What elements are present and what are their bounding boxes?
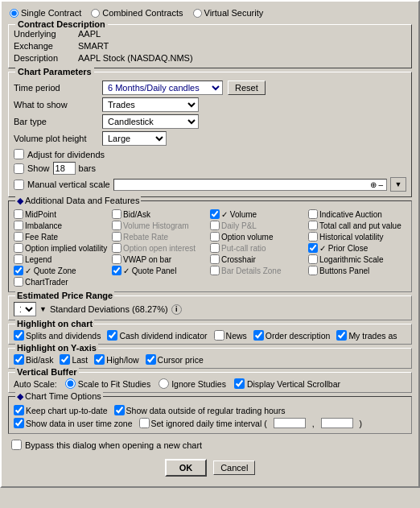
set-ignored-interval-checkbox[interactable] — [139, 418, 150, 428]
cursor-price-item[interactable]: Cursor price — [146, 354, 204, 365]
show-user-timezone-item[interactable]: Show data in user time zone — [14, 418, 133, 428]
midpoint-checkbox[interactable] — [14, 209, 23, 219]
radio-virtual-security[interactable]: Virtual Security — [193, 8, 264, 18]
cash-dividend-item[interactable]: Cash dividend indicator — [107, 330, 207, 341]
option-open-checkbox[interactable] — [112, 243, 121, 253]
vwap-checkbox[interactable] — [112, 254, 121, 264]
volume-height-row: Volume plot height Large — [14, 131, 406, 146]
show-checkbox[interactable] — [14, 163, 24, 174]
indicative-auction-checkbox[interactable] — [308, 209, 318, 219]
bidask-y-checkbox[interactable] — [14, 354, 24, 365]
keep-up-to-date-item[interactable]: Keep chart up-to-date — [14, 405, 108, 415]
vertical-buffer-title: Vertical Buffer — [15, 367, 79, 377]
buttons-panel-checkbox[interactable] — [308, 266, 318, 275]
volume-histogram-checkbox[interactable] — [112, 221, 121, 230]
volume-checkbox[interactable] — [210, 209, 220, 219]
news-item[interactable]: News — [214, 330, 247, 341]
main-dialog: Single Contract Combined Contracts Virtu… — [0, 0, 420, 488]
put-call-ratio-checkbox[interactable] — [210, 243, 220, 253]
info-icon[interactable]: i — [171, 304, 182, 315]
what-to-show-select[interactable]: Trades — [102, 97, 199, 112]
ignore-studies-option[interactable]: Ignore Studies — [159, 378, 226, 389]
description-row: Description AAPL Stock (NASDAQ.NMS) — [14, 53, 406, 63]
manual-vertical-scale-checkbox[interactable] — [14, 180, 24, 190]
option-volume-checkbox[interactable] — [210, 232, 220, 242]
vertical-scale-arrow[interactable]: ▼ — [390, 177, 406, 192]
bar-details-checkbox[interactable] — [210, 266, 220, 275]
volume-height-select[interactable]: Large — [102, 131, 167, 146]
vertical-buffer-section: Vertical Buffer Auto Scale: Scale to Fit… — [8, 372, 412, 393]
grid-item-bar-details: Bar Details Zone — [210, 266, 308, 275]
highlight-y-items: Bid/ask Last High/low Cursor price — [14, 354, 406, 365]
contract-type-radio-group: Single Contract Combined Contracts Virtu… — [5, 5, 415, 21]
daily-pnl-checkbox[interactable] — [210, 221, 220, 230]
scale-fit-radio[interactable] — [65, 378, 76, 389]
ok-button[interactable]: OK — [165, 459, 208, 477]
volume-height-label: Volume plot height — [14, 134, 102, 143]
cursor-price-checkbox[interactable] — [146, 354, 156, 365]
highlow-y-item[interactable]: High/low — [94, 354, 138, 365]
splits-dividends-checkbox[interactable] — [14, 330, 24, 341]
std-dev-select[interactable]: 1 2 — [14, 302, 36, 316]
grid-item-volume-histogram: Volume Histogram — [112, 221, 210, 230]
cancel-button[interactable]: Cancel — [213, 461, 255, 475]
quote-zone-checkbox[interactable] — [14, 266, 23, 275]
scale-fit-studies-option[interactable]: Scale to Fit Studies — [65, 378, 150, 389]
ignore-studies-radio[interactable] — [159, 378, 169, 389]
imbalance-checkbox[interactable] — [14, 221, 23, 230]
order-description-item[interactable]: Order description — [253, 330, 331, 341]
set-ignored-interval-item[interactable]: Set ignored daily time interval ( — [139, 418, 267, 428]
bidask-y-item[interactable]: Bid/ask — [14, 354, 53, 365]
diamond-icon: ◆ — [17, 196, 23, 205]
display-scrollbar-checkbox[interactable] — [234, 378, 245, 389]
last-y-item[interactable]: Last — [60, 354, 88, 365]
grid-item-put-call-ratio: Put-call ratio — [210, 243, 308, 253]
fee-rate-checkbox[interactable] — [14, 232, 23, 242]
show-outside-hours-item[interactable]: Show data outside of regular trading hou… — [114, 405, 286, 415]
highlight-on-chart-section: Highlight on chart Splits and dividends … — [8, 324, 412, 345]
last-y-checkbox[interactable] — [60, 354, 70, 365]
show-outside-hours-checkbox[interactable] — [114, 405, 125, 415]
splits-dividends-item[interactable]: Splits and dividends — [14, 330, 101, 341]
chart-parameters-title: Chart Parameters — [15, 67, 94, 76]
show-bars-input[interactable] — [53, 162, 76, 175]
prior-close-checkbox[interactable] — [308, 243, 318, 253]
cash-dividend-checkbox[interactable] — [107, 330, 117, 341]
legend-checkbox[interactable] — [14, 254, 23, 264]
my-trades-item[interactable]: My trades as — [336, 330, 397, 341]
option-implied-checkbox[interactable] — [14, 243, 23, 253]
keep-up-to-date-checkbox[interactable] — [14, 405, 24, 415]
order-description-checkbox[interactable] — [253, 330, 264, 341]
reset-button[interactable]: Reset — [228, 81, 266, 95]
interval-end-input[interactable] — [321, 418, 353, 428]
std-dev-label: Standard Deviations (68.27%) — [50, 304, 168, 314]
estimated-price-range-title: Estimated Price Range — [15, 291, 114, 300]
display-scrollbar-option[interactable]: Display Vertical Scrollbar — [234, 378, 340, 389]
exchange-value: SMART — [78, 41, 109, 51]
news-checkbox[interactable] — [214, 330, 224, 341]
bar-type-select[interactable]: Candlestick — [102, 114, 199, 129]
show-user-timezone-checkbox[interactable] — [14, 418, 24, 428]
adjust-dividends-checkbox[interactable] — [14, 149, 24, 159]
rebate-rate-checkbox[interactable] — [112, 232, 121, 242]
bidask-checkbox[interactable] — [112, 209, 121, 219]
chart-trader-checkbox[interactable] — [14, 277, 23, 287]
adjust-dividends-label: Adjust for dividends — [27, 150, 105, 159]
interval-start-input[interactable] — [274, 418, 306, 428]
bypass-checkbox[interactable] — [11, 440, 22, 450]
total-call-put-checkbox[interactable] — [308, 221, 318, 230]
time-period-select[interactable]: 6 Months/Daily candles — [102, 81, 223, 95]
logarithmic-checkbox[interactable] — [308, 254, 318, 264]
underlying-label: Underlying — [14, 29, 78, 39]
chart-time-row1: Keep chart up-to-date Show data outside … — [14, 405, 406, 415]
historical-volatility-checkbox[interactable] — [308, 232, 318, 242]
radio-single-contract[interactable]: Single Contract — [10, 8, 81, 18]
quote-panel-checkbox[interactable] — [112, 266, 121, 275]
vertical-scale-dropdown[interactable]: ⊕ – — [113, 179, 387, 191]
highlow-y-checkbox[interactable] — [94, 354, 105, 365]
radio-combined-contracts[interactable]: Combined Contracts — [91, 8, 183, 18]
grid-item-daily-pnl: Daily P&L — [210, 221, 308, 230]
my-trades-checkbox[interactable] — [336, 330, 347, 341]
crosshair-checkbox[interactable] — [210, 254, 220, 264]
additional-data-title: ◆Additional Data and Features — [15, 196, 141, 206]
